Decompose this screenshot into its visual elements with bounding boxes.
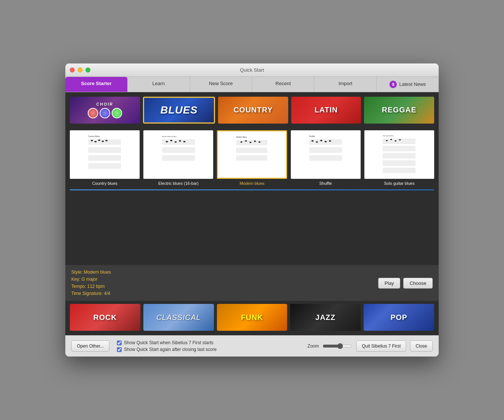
svg-point-66 <box>254 140 256 142</box>
svg-point-65 <box>249 141 252 143</box>
svg-point-24 <box>102 141 104 142</box>
minimize-window-button[interactable] <box>78 68 83 72</box>
news-badge: 8 <box>389 81 397 88</box>
genre-country-label: COUNTRY <box>233 106 273 114</box>
genre-choir-label: CHOIR <box>96 102 113 106</box>
genre-pop-label: POP <box>391 313 407 322</box>
genre-rock[interactable]: ROCK <box>70 304 140 331</box>
play-button[interactable]: Play <box>378 278 400 289</box>
top-genre-row: CHOIR BLUES COUNTRY LATIN REGGAE <box>65 92 439 127</box>
checkbox-row-1[interactable]: Show Quick Start when Sibelius 7 First s… <box>117 340 308 345</box>
score-country-blues[interactable]: Country Blues <box>70 130 140 186</box>
score-name-electric-blues: Electric blues (16-bar) <box>158 181 199 186</box>
score-name-shuffle: Shuffle <box>319 181 332 186</box>
genre-country[interactable]: COUNTRY <box>218 97 288 124</box>
main-content: CHOIR BLUES COUNTRY LATIN REGGAE <box>65 92 439 336</box>
svg-point-85 <box>316 141 318 143</box>
tab-new-score[interactable]: New Score <box>190 77 252 92</box>
svg-point-23 <box>98 140 100 141</box>
info-bar: Style: Modern blues Key: G major Tempo: … <box>65 265 439 301</box>
footer: Open Other... Show Quick Start when Sibe… <box>65 335 439 357</box>
score-shuffle[interactable]: Shuffle <box>291 130 361 186</box>
score-thumb-modern-blues: Modern Blues <box>217 130 287 179</box>
svg-text:Country Blues: Country Blues <box>88 136 100 137</box>
titlebar: Quick Start <box>65 63 439 77</box>
genre-pop[interactable]: POP <box>364 304 434 331</box>
svg-point-21 <box>91 140 93 141</box>
tab-recent[interactable]: Recent <box>252 77 314 92</box>
preview-area <box>70 190 434 265</box>
genre-jazz-label: JAZZ <box>315 313 336 322</box>
svg-point-63 <box>240 141 243 143</box>
tab-learn[interactable]: Learn <box>128 77 190 92</box>
genre-rock-label: ROCK <box>93 313 117 322</box>
genre-funk[interactable]: FUNK <box>217 304 287 331</box>
choose-button[interactable]: Choose <box>403 278 433 289</box>
open-other-button[interactable]: Open Other... <box>71 340 109 352</box>
window-title: Quick Start <box>240 67 264 73</box>
svg-point-64 <box>245 140 247 141</box>
zoom-label: Zoom <box>308 343 319 349</box>
genre-funk-label: FUNK <box>241 313 263 322</box>
quit-button[interactable]: Quit Sibelius 7 First <box>356 340 406 352</box>
info-time: Time Signature: 4/4 <box>71 290 111 297</box>
genre-latin-label: LATIN <box>314 106 337 114</box>
tab-import[interactable]: Import <box>314 77 377 92</box>
tab-score-starter[interactable]: Score Starter <box>65 77 128 92</box>
close-button[interactable]: Close <box>410 340 433 352</box>
svg-text:Electric Blues (16-bar): Electric Blues (16-bar) <box>162 136 177 137</box>
svg-point-115 <box>386 140 388 141</box>
score-modern-blues[interactable]: Modern Blues <box>217 130 287 186</box>
genre-classical[interactable]: Classical <box>143 304 214 331</box>
score-thumb-electric-blues: Electric Blues (16-bar) <box>143 130 213 179</box>
svg-point-22 <box>94 141 97 143</box>
svg-point-118 <box>399 139 401 141</box>
info-key: Key: G major <box>71 276 111 283</box>
svg-point-117 <box>395 140 396 142</box>
tab-latest-news[interactable]: 8 Latest News <box>377 77 439 92</box>
svg-point-87 <box>324 141 327 143</box>
score-electric-blues[interactable]: Electric Blues (16-bar) <box>143 130 213 186</box>
genre-latin[interactable]: LATIN <box>291 97 361 124</box>
footer-right: Zoom Quit Sibelius 7 First Close <box>308 340 433 352</box>
svg-point-88 <box>329 140 331 142</box>
bottom-genre-row: ROCK Classical FUNK JAZZ POP <box>65 301 439 335</box>
svg-text:Shuffle: Shuffle <box>309 136 315 137</box>
footer-checkboxes: Show Quick Start when Sibelius 7 First s… <box>109 340 308 352</box>
svg-point-42 <box>166 141 168 143</box>
genre-choir[interactable]: CHOIR <box>70 97 140 124</box>
zoom-slider[interactable] <box>323 343 352 349</box>
tab-bar: Score Starter Learn New Score Recent Imp… <box>65 77 439 92</box>
main-window: Quick Start Score Starter Learn New Scor… <box>65 63 439 357</box>
genre-jazz[interactable]: JAZZ <box>290 304 361 331</box>
info-style: Style: Modern blues <box>71 269 111 276</box>
score-name-solo-guitar-blues: Solo guitar blues <box>384 181 414 186</box>
checkbox-row-2[interactable]: Show Quick Start again after closing las… <box>117 347 308 352</box>
svg-point-84 <box>311 140 314 142</box>
genre-blues[interactable]: BLUES <box>143 97 215 124</box>
svg-text:Modern Blues: Modern Blues <box>236 136 247 138</box>
genre-classical-label: Classical <box>156 313 201 322</box>
genre-blues-label: BLUES <box>160 104 197 116</box>
svg-point-67 <box>259 141 261 143</box>
checkbox-show-after-close[interactable] <box>117 347 122 352</box>
checkbox-show-on-start[interactable] <box>117 340 122 345</box>
svg-text:Solo guitar blues: Solo guitar blues <box>383 135 394 137</box>
svg-point-86 <box>320 140 323 141</box>
svg-point-43 <box>170 140 172 141</box>
genre-reggae[interactable]: REGGAE <box>364 97 434 124</box>
info-buttons: Play Choose <box>378 278 433 289</box>
svg-point-45 <box>179 140 181 142</box>
score-thumb-shuffle: Shuffle <box>291 130 361 179</box>
scores-row: Country Blues <box>65 127 439 189</box>
window-controls <box>70 68 90 72</box>
score-name-modern-blues: Modern blues <box>240 181 265 186</box>
genre-reggae-label: REGGAE <box>382 106 417 114</box>
score-solo-guitar-blues[interactable]: Solo guitar blues <box>364 130 434 186</box>
svg-point-25 <box>106 140 108 141</box>
score-thumb-solo-guitar-blues: Solo guitar blues <box>364 130 434 179</box>
info-tempo: Tempo: 112 bpm <box>71 283 111 290</box>
maximize-window-button[interactable] <box>85 68 90 72</box>
svg-point-116 <box>391 139 392 140</box>
close-window-button[interactable] <box>70 68 75 72</box>
